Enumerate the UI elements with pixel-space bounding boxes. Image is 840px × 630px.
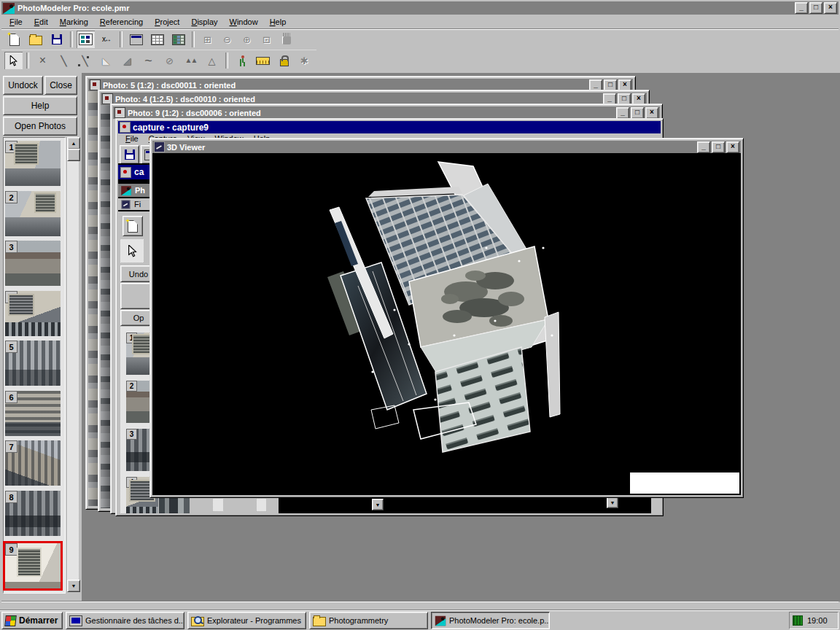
open-button[interactable] xyxy=(26,30,45,49)
taskbar-item-photogrammetry[interactable]: Photogrammetry xyxy=(309,612,428,629)
maximize-button[interactable]: □ xyxy=(631,107,644,119)
main-window-title: PhotoModeler Pro: ecole.pmr xyxy=(18,4,129,12)
menu-referencing[interactable]: Referencing xyxy=(95,16,148,28)
cylinder-button[interactable]: ⊘ xyxy=(160,51,179,70)
photo-table-button[interactable] xyxy=(77,31,95,48)
nested-new-button xyxy=(122,216,143,236)
measure-icon xyxy=(256,57,270,65)
capture-save-button[interactable] xyxy=(120,145,139,164)
taskbar-item-photomodeler-active[interactable]: PhotoModeler Pro: ecole.p... xyxy=(431,612,550,629)
viewer-window[interactable]: 3D Viewer _ □ × xyxy=(149,138,744,498)
thumbnail-number: 5 xyxy=(5,341,18,353)
mesh-button[interactable]: △ xyxy=(202,51,222,70)
surface-edge-button[interactable]: ◢ xyxy=(117,51,137,70)
menu-help[interactable]: Help xyxy=(265,16,292,28)
toolbar-separator xyxy=(70,31,73,47)
zoom-in-button: ⊕ xyxy=(238,31,256,48)
maximize-button[interactable]: □ xyxy=(712,141,725,153)
photo-thumbnail-6[interactable]: 6 xyxy=(5,391,61,436)
close-button[interactable]: × xyxy=(726,141,739,153)
photo5-title: Photo: 5 (1:2) : dsc00011 : oriented xyxy=(103,81,236,90)
capture-menu-file[interactable]: File xyxy=(121,133,143,144)
mark-line-button[interactable]: ╲ xyxy=(75,51,95,70)
3d-model xyxy=(152,153,741,494)
scroll-down-button[interactable]: ▼ xyxy=(67,580,80,592)
save-button[interactable] xyxy=(47,30,66,49)
select-icon xyxy=(9,55,18,66)
surface-icon: ◣ xyxy=(103,56,110,66)
viewer-titlebar[interactable]: 3D Viewer _ □ × xyxy=(152,141,741,153)
minimize-button[interactable]: _ xyxy=(616,107,629,119)
viewer-overlay-box xyxy=(630,472,739,494)
taskbar-item-task-manager[interactable]: Gestionnaire des tâches d... xyxy=(66,612,184,629)
taskbar-item-explorer[interactable]: Explorateur - Programmes xyxy=(187,612,306,629)
zoom-out-icon: ⊖ xyxy=(223,35,231,44)
menu-project[interactable]: Project xyxy=(149,16,184,28)
menu-display[interactable]: Display xyxy=(186,16,222,28)
menu-edit[interactable]: Edit xyxy=(29,16,53,28)
new-icon xyxy=(9,34,20,46)
close-panel-button[interactable]: Close xyxy=(44,76,77,95)
new-button[interactable] xyxy=(4,30,24,49)
photo-thumbnail-3[interactable]: 3 xyxy=(5,241,61,286)
restore-button[interactable]: □ xyxy=(809,2,822,14)
minimize-button[interactable]: _ xyxy=(697,141,710,153)
close-button[interactable]: × xyxy=(824,2,837,14)
select-button[interactable] xyxy=(4,52,23,69)
walk-button[interactable] xyxy=(232,51,252,70)
photo9-title: Photo: 9 (1:2) : dsc00006 : oriented xyxy=(128,109,261,117)
undock-button[interactable]: Undock xyxy=(3,76,43,95)
pan-icon xyxy=(282,35,291,44)
taskbar: Démarrer Gestionnaire des tâches d... Ex… xyxy=(0,610,840,630)
photo-thumbnail-list: 1 2 3 4 5 6 7 8 9 xyxy=(3,137,66,594)
scroll-up-button[interactable]: ▲ xyxy=(67,137,80,149)
3d-viewer-icon xyxy=(154,141,165,152)
cylinder-icon: ⊘ xyxy=(166,56,174,66)
3d-table-button[interactable] xyxy=(168,30,188,49)
desktop: PhotoModeler Pro: ecole.pmr _ □ × File E… xyxy=(0,0,840,630)
close-button[interactable]: × xyxy=(645,107,658,119)
delete-button[interactable]: × xyxy=(33,51,52,70)
measure-button[interactable] xyxy=(253,51,273,70)
photo-thumbnail-7[interactable]: 7 xyxy=(5,440,61,486)
table-icon xyxy=(151,34,164,45)
nested-viewer-icon xyxy=(122,200,131,209)
thumbnail-number: 3 xyxy=(5,241,18,253)
toolbar-standard: x↔ ⊞ ⊖ ⊕ ⊡ xyxy=(1,29,298,50)
curve-button[interactable]: ~ xyxy=(139,51,158,70)
open-windows-button[interactable] xyxy=(126,30,146,49)
surface-button[interactable]: ◣ xyxy=(96,51,116,70)
zoom-in-icon: ⊕ xyxy=(243,35,251,44)
photo-thumbnail-9-selected[interactable]: 9 xyxy=(5,543,61,588)
thumbnail-number: 4 xyxy=(5,291,18,303)
minimize-button[interactable]: _ xyxy=(795,2,808,14)
photo-thumbnail-1[interactable]: 1 xyxy=(5,141,61,186)
photo-window-icon xyxy=(114,107,125,118)
capture-titlebar[interactable]: capture - capture9 xyxy=(118,121,661,133)
menu-marking[interactable]: Marking xyxy=(55,16,93,28)
scrollbar-thumb[interactable] xyxy=(67,149,80,161)
clock: 19:00 xyxy=(807,616,828,625)
menu-window[interactable]: Window xyxy=(225,16,263,28)
viewer-title: 3D Viewer xyxy=(167,143,205,152)
3d-model-view[interactable] xyxy=(152,153,741,495)
photo9-titlebar[interactable]: Photo: 9 (1:2) : dsc00006 : oriented _ □… xyxy=(113,106,660,119)
tray-status-icon[interactable] xyxy=(793,615,803,626)
point-table-button[interactable]: x↔ xyxy=(96,30,116,49)
photo-thumbnail-4[interactable]: 4 xyxy=(5,291,61,336)
main-titlebar: PhotoModeler Pro: ecole.pmr _ □ × xyxy=(1,1,839,15)
triangles-button[interactable]: ▲▲ xyxy=(181,51,201,70)
photomodeler-icon xyxy=(435,615,446,626)
photo-thumbnail-8[interactable]: 8 xyxy=(5,491,61,536)
menu-file[interactable]: File xyxy=(4,16,28,28)
photo-thumbnail-5[interactable]: 5 xyxy=(5,341,61,386)
line-button[interactable]: ╲ xyxy=(54,51,74,70)
point-list-button[interactable] xyxy=(147,30,167,49)
lock-button[interactable] xyxy=(274,51,294,70)
photo-thumbnail-2[interactable]: 2 xyxy=(5,191,61,236)
start-button[interactable]: Démarrer xyxy=(1,612,63,629)
help-button[interactable]: Help xyxy=(3,96,77,115)
photo-list-scrollbar[interactable]: ▲ ▼ xyxy=(67,137,79,592)
open-photos-button[interactable]: Open Photos xyxy=(3,117,77,136)
delete-icon: × xyxy=(39,55,46,66)
